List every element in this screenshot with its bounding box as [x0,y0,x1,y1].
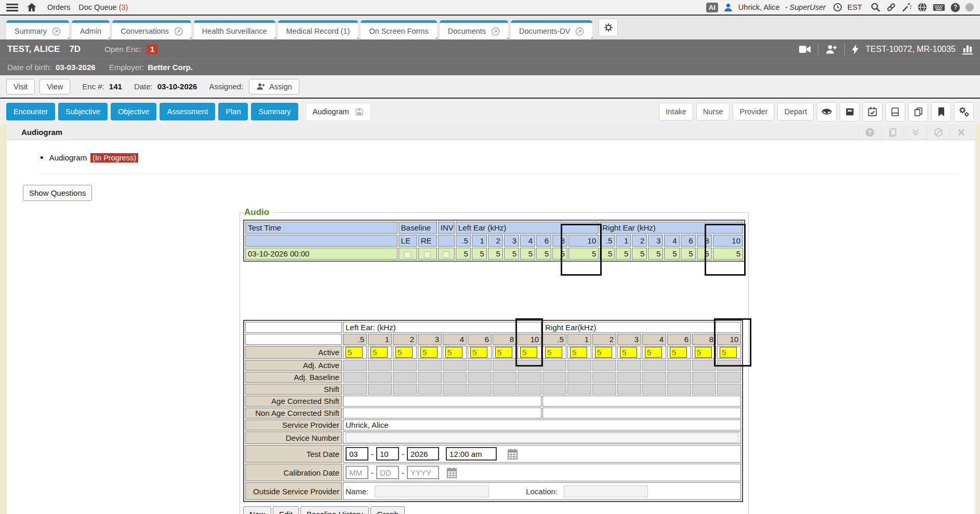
active-input-left-1[interactable]: 5 [370,347,388,358]
calibration-year-input[interactable] [407,466,439,479]
panel-help-icon[interactable]: ? [858,125,881,140]
active-input-left-8[interactable]: 5 [495,347,512,358]
calibration-month-input[interactable] [346,466,368,479]
eye-icon[interactable] [817,102,837,121]
audiogram-result-row[interactable]: 03-10-2026 00:00 5555555555555555 [245,248,743,260]
test-time-cell[interactable]: 03-10-2026 00:00 [245,248,398,260]
save-icon[interactable] [355,107,364,116]
provider-button[interactable]: Provider [733,103,774,120]
active-input-right-10[interactable]: 5 [720,347,737,358]
panel-close-icon[interactable] [949,125,972,140]
lightning-icon[interactable] [852,44,859,55]
active-input-right-8[interactable]: 5 [695,347,712,358]
active-input-right-1[interactable]: 5 [570,347,587,358]
wand-icon[interactable] [902,2,912,12]
tab-settings-gear-icon[interactable] [599,19,618,36]
svg-text:?: ? [868,129,871,135]
globe-icon[interactable] [917,2,928,12]
assign-button[interactable]: Assign [249,79,299,94]
copy-pages-icon[interactable] [908,102,928,121]
panel-disable-icon[interactable] [926,125,949,140]
tab-documents[interactable]: Documents [440,20,508,39]
active-input-left-10[interactable]: 5 [520,347,537,358]
calibration-day-input[interactable] [376,466,399,479]
assigned-label: Assigned: [209,82,243,91]
visit-button[interactable]: Visit [6,79,35,94]
tab-documents-dv[interactable]: Documents-DV [511,20,592,39]
calendar-icon[interactable] [446,467,458,479]
view-button[interactable]: View [39,79,70,94]
new-button[interactable]: New [243,506,271,514]
test-date-year-input[interactable] [407,447,439,461]
active-input-left-6[interactable]: 5 [470,347,487,358]
depart-button[interactable]: Depart [777,103,814,120]
inv-checkbox[interactable] [443,251,449,258]
book-icon[interactable] [885,102,905,121]
baseline-re-checkbox[interactable] [424,251,431,258]
add-person-icon[interactable] [825,44,838,55]
active-input-right-3[interactable]: 5 [620,347,637,358]
baseline-history-button[interactable]: Baseline History [300,506,369,514]
baseline-le-checkbox[interactable] [404,251,411,258]
search-icon[interactable] [870,2,881,12]
help-icon[interactable]: ? [950,3,960,12]
outside-name-input[interactable] [375,485,489,497]
ai-badge[interactable]: AI [706,3,718,12]
link-icon[interactable] [886,2,896,12]
outside-location-input[interactable] [564,485,648,497]
tab-medical-record[interactable]: Medical Record (1) [278,20,359,39]
doc-queue-menu-item[interactable]: Doc Queue (3) [78,3,128,11]
calendar-check-icon[interactable] [863,102,882,121]
popout-icon[interactable] [491,27,500,36]
calendar-icon[interactable] [507,448,519,460]
tab-on-screen-forms[interactable]: On Screen Forms [361,20,436,39]
tab-summary[interactable]: Summary [6,20,69,39]
subjective-button[interactable]: Subjective [58,103,108,120]
presence-status-icon[interactable] [965,3,974,11]
orders-menu-item[interactable]: Orders [47,3,70,11]
objective-button[interactable]: Objective [111,103,156,120]
video-camera-icon[interactable] [799,45,811,54]
active-input-left-4[interactable]: 5 [445,347,462,358]
active-input-right-2[interactable]: 5 [595,347,612,358]
gears-icon[interactable] [954,102,974,121]
test-date-day-input[interactable] [376,447,399,461]
popout-icon[interactable] [575,27,584,36]
bookmark-icon[interactable] [931,102,951,121]
edit-button[interactable]: Edit [273,506,299,514]
list-item[interactable]: • Audiogram (In Progress) [40,153,957,163]
active-input-left-2[interactable]: 5 [395,347,413,358]
archive-box-icon[interactable] [840,102,859,121]
graph-button[interactable]: Graph [370,506,405,514]
tab-health-surveillance[interactable]: Health Surveillance [194,20,275,39]
hamburger-menu-icon[interactable] [6,4,18,11]
test-time-input[interactable] [446,447,497,461]
tab-admin[interactable]: Admin [72,20,110,39]
assessment-button[interactable]: Assessment [160,103,215,120]
intake-button[interactable]: Intake [659,103,693,120]
device-number-input[interactable] [346,432,738,443]
encounter-button[interactable]: Encounter [6,103,55,120]
nurse-button[interactable]: Nurse [696,103,730,120]
document-link[interactable]: Audiogram [49,153,87,162]
bar-chart-icon[interactable] [962,44,973,55]
keyboard-icon[interactable] [933,3,945,12]
open-enc-count-badge[interactable]: 1 [147,44,158,54]
popout-icon[interactable] [52,27,61,36]
popout-icon[interactable] [174,27,183,36]
active-input-left-3[interactable]: 5 [420,347,438,358]
test-date-month-input[interactable] [346,447,368,461]
panel-collapse-icon[interactable] [904,125,926,140]
user-name[interactable]: Uhrick, Alice [738,3,780,11]
plan-button[interactable]: Plan [218,103,248,120]
show-questions-button[interactable]: Show Questions [23,185,92,201]
audiogram-doc-tab[interactable]: Audiogram [306,103,371,121]
home-icon[interactable] [27,2,37,12]
active-input-right-4[interactable]: 5 [645,347,662,358]
active-input-left-.5[interactable]: 5 [346,347,363,358]
tab-conversations[interactable]: Conversations [112,20,191,39]
summary-button[interactable]: Summary [251,103,298,120]
active-input-right-6[interactable]: 5 [670,347,687,358]
active-input-right-.5[interactable]: 5 [545,347,562,358]
panel-book-icon[interactable] [881,125,904,140]
